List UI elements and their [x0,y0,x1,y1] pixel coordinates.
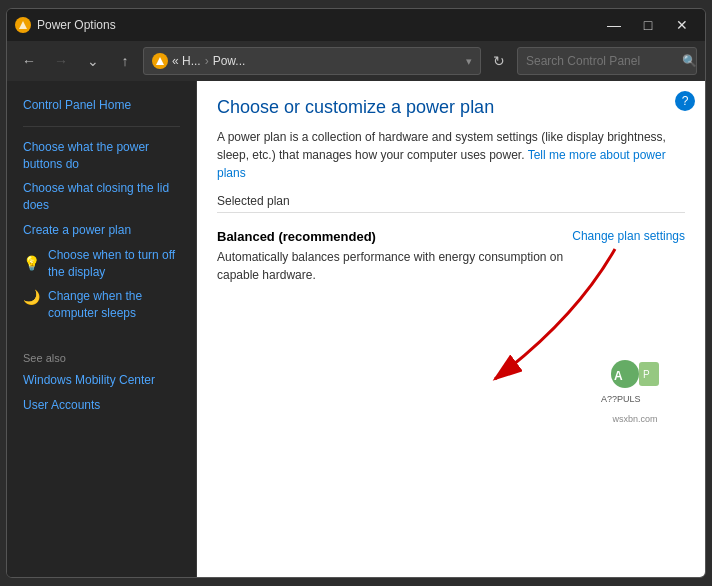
nav-bar: ← → ⌄ ↑ « H... › Pow... ▾ ↻ 🔍 [7,41,705,81]
recent-locations-button[interactable]: ⌄ [79,47,107,75]
address-current: Pow... [213,54,246,68]
sidebar-item-create-plan[interactable]: Create a power plan [7,218,196,243]
back-button[interactable]: ← [15,47,43,75]
sidebar-item-mobility[interactable]: Windows Mobility Center [7,368,196,393]
plan-container: Balanced (recommended) Change plan setti… [217,219,685,294]
forward-button[interactable]: → [47,47,75,75]
watermark-area: A P A??PULS wsxbn.com [217,354,685,424]
svg-text:A??PULS: A??PULS [601,394,641,404]
watermark: A P A??PULS wsxbn.com [595,354,675,424]
see-also-title: See also [7,346,196,368]
sidebar-item-sleep[interactable]: 🌙 Change when the computer sleeps [7,284,196,326]
sidebar-item-home-label: Control Panel Home [23,97,131,114]
sidebar-item-lid-label: Choose what closing the lid does [23,180,180,214]
help-button[interactable]: ? [675,91,695,111]
minimize-button[interactable]: — [599,15,629,35]
sidebar-item-sleep-label: Change when the computer sleeps [48,288,180,322]
close-button[interactable]: ✕ [667,15,697,35]
sidebar-item-power-buttons[interactable]: Choose what the power buttons do [7,135,196,177]
sidebar-item-accounts[interactable]: User Accounts [7,393,196,418]
watermark-logo: A P A??PULS [595,354,675,414]
refresh-button[interactable]: ↻ [485,47,513,75]
address-sep1: › [205,54,209,68]
address-bar[interactable]: « H... › Pow... ▾ [143,47,481,75]
window-controls: — □ ✕ [599,15,697,35]
svg-marker-0 [19,21,27,29]
address-path: « H... › Pow... [172,54,462,68]
sidebar-item-turn-off-display[interactable]: 💡 Choose when to turn off the display [7,243,196,285]
main-content: Control Panel Home Choose what the power… [7,81,705,577]
plan-header: Balanced (recommended) Change plan setti… [217,229,685,248]
up-button[interactable]: ↑ [111,47,139,75]
svg-text:A: A [614,369,623,383]
watermark-text: wsxbn.com [612,414,657,424]
sidebar-item-accounts-label: User Accounts [23,397,100,414]
page-title: Choose or customize a power plan [217,97,685,118]
plan-name: Balanced (recommended) [217,229,376,244]
sidebar-icon-sleep: 🌙 [23,288,40,308]
plan-description: Automatically balances performance with … [217,248,597,284]
window-icon [15,17,31,33]
selected-plan-label: Selected plan [217,194,685,213]
address-icon [152,53,168,69]
search-icon: 🔍 [682,54,697,68]
sidebar-item-power-buttons-label: Choose what the power buttons do [23,139,180,173]
svg-marker-1 [156,57,164,65]
sidebar: Control Panel Home Choose what the power… [7,81,197,577]
sidebar-item-turn-off-display-label: Choose when to turn off the display [48,247,180,281]
address-dropdown-button[interactable]: ▾ [466,55,472,68]
main-window: Power Options — □ ✕ ← → ⌄ ↑ « H... › Pow… [6,8,706,578]
window-title: Power Options [37,18,599,32]
sidebar-item-lid[interactable]: Choose what closing the lid does [7,176,196,218]
search-input[interactable] [526,54,676,68]
address-home: « H... [172,54,201,68]
content-panel: ? Choose or customize a power plan A pow… [197,81,705,577]
title-bar: Power Options — □ ✕ [7,9,705,41]
sidebar-icon-display: 💡 [23,254,40,274]
change-plan-link[interactable]: Change plan settings [572,229,685,243]
svg-text:P: P [643,369,650,380]
sidebar-divider-1 [23,126,180,127]
search-bar[interactable]: 🔍 [517,47,697,75]
sidebar-see-also: See also Windows Mobility Center User Ac… [7,346,196,418]
sidebar-item-create-plan-label: Create a power plan [23,222,131,239]
sidebar-item-mobility-label: Windows Mobility Center [23,372,155,389]
sidebar-item-home[interactable]: Control Panel Home [7,93,196,118]
maximize-button[interactable]: □ [633,15,663,35]
content-description: A power plan is a collection of hardware… [217,128,685,182]
